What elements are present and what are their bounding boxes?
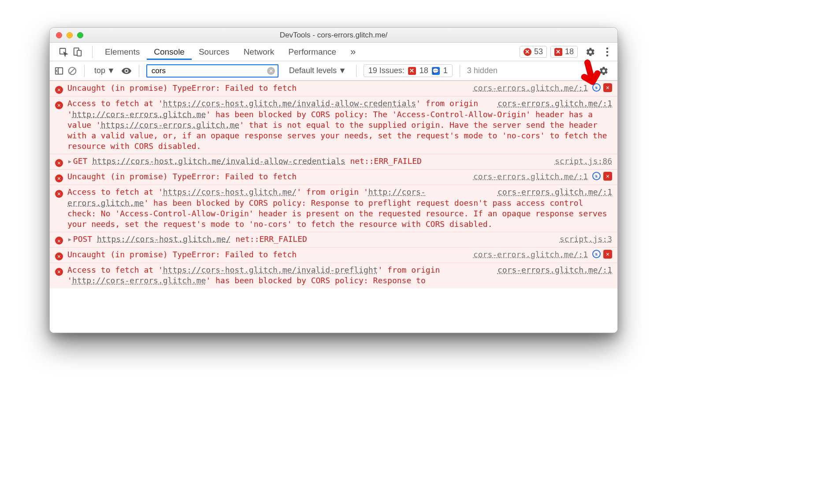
window-title: DevTools - cors-errors.glitch.me/ bbox=[50, 31, 617, 40]
error-count-badge[interactable]: ✕ 53 bbox=[520, 46, 547, 58]
filter-input[interactable] bbox=[146, 64, 279, 78]
issue-link-icon[interactable]: ✕ bbox=[603, 172, 612, 181]
console-row[interactable]: ✕Uncaught (in promise) TypeError: Failed… bbox=[50, 169, 617, 185]
error-icon: ✕ bbox=[55, 187, 63, 230]
live-expression-eye-icon[interactable] bbox=[121, 66, 132, 76]
row-actions: ⇅✕ bbox=[592, 249, 612, 261]
dropdown-icon: ▼ bbox=[338, 66, 346, 75]
url-link[interactable]: https://cors-host.glitch.me/invalid-allo… bbox=[163, 99, 416, 108]
more-tabs-button[interactable]: » bbox=[345, 46, 361, 58]
source-link[interactable]: script.js:86 bbox=[550, 156, 612, 167]
issues-count: 18 bbox=[565, 47, 574, 56]
replay-icon[interactable]: ⇅ bbox=[592, 250, 601, 258]
error-icon: ✕ bbox=[55, 83, 63, 94]
error-icon: ✕ bbox=[55, 265, 63, 286]
replay-icon[interactable]: ⇅ bbox=[592, 83, 601, 92]
error-icon: ✕ bbox=[55, 156, 63, 167]
message-body: Uncaught (in promise) TypeError: Failed … bbox=[67, 171, 464, 183]
more-menu-icon[interactable] bbox=[602, 47, 613, 57]
source-link[interactable]: cors-errors.glitch.me/:1 bbox=[468, 83, 588, 94]
issue-link-icon[interactable]: ✕ bbox=[603, 250, 612, 259]
inspect-element-icon[interactable] bbox=[59, 47, 68, 57]
hidden-messages-label[interactable]: 3 hidden bbox=[467, 66, 498, 75]
svg-point-3 bbox=[606, 47, 609, 49]
url-link[interactable]: https://cors-host.glitch.me/ bbox=[163, 187, 297, 196]
log-levels-selector[interactable]: Default levels ▼ bbox=[286, 65, 349, 76]
source-link[interactable]: script.js:3 bbox=[554, 234, 612, 245]
titlebar: DevTools - cors-errors.glitch.me/ bbox=[50, 28, 617, 43]
console-filter-row: top ▼ ✕ Default levels ▼ 19 Issues: ✕ 18… bbox=[50, 61, 617, 81]
tab-performance[interactable]: Performance bbox=[281, 44, 343, 60]
error-icon: ✕ bbox=[55, 234, 63, 245]
device-toolbar-icon[interactable] bbox=[73, 47, 82, 57]
error-icon: ✕ bbox=[55, 101, 63, 109]
url-link[interactable]: https://cors-host.glitch.me/ bbox=[97, 234, 230, 244]
issues-count-badge[interactable]: ✕ 18 bbox=[550, 46, 578, 58]
source-link[interactable]: cors-errors.glitch.me/:1 bbox=[498, 265, 612, 275]
message-body: cors-errors.glitch.me/:1Access to fetch … bbox=[67, 265, 612, 286]
devtools-window: DevTools - cors-errors.glitch.me/ Elemen… bbox=[49, 27, 618, 333]
issues-error-count: 18 bbox=[420, 66, 428, 75]
error-icon: ✕ bbox=[55, 252, 63, 260]
console-row[interactable]: ✕Uncaught (in promise) TypeError: Failed… bbox=[50, 247, 617, 263]
source-link[interactable]: cors-errors.glitch.me/:1 bbox=[468, 249, 588, 261]
tab-sources[interactable]: Sources bbox=[192, 44, 237, 60]
console-row[interactable]: ✕▸POST https://cors-host.glitch.me/ net:… bbox=[50, 232, 617, 247]
expand-icon[interactable]: ▸ bbox=[67, 156, 72, 167]
row-actions: ⇅✕ bbox=[592, 171, 612, 183]
console-row[interactable]: ✕Uncaught (in promise) TypeError: Failed… bbox=[50, 81, 617, 96]
error-icon: ✕ bbox=[55, 268, 63, 276]
console-settings-gear-icon[interactable] bbox=[594, 66, 613, 76]
message-body: Uncaught (in promise) TypeError: Failed … bbox=[67, 249, 464, 261]
replay-icon[interactable]: ⇅ bbox=[592, 172, 601, 180]
error-icon: ✕ bbox=[55, 190, 63, 198]
tab-elements[interactable]: Elements bbox=[98, 44, 147, 60]
url-link[interactable]: http://cors-errors.glitch.me bbox=[72, 276, 206, 285]
console-row[interactable]: ✕cors-errors.glitch.me/:1Access to fetch… bbox=[50, 263, 617, 288]
error-icon: ✕ bbox=[55, 249, 63, 261]
separator bbox=[460, 65, 460, 77]
issue-error-icon: ✕ bbox=[408, 67, 416, 75]
tab-network[interactable]: Network bbox=[237, 44, 282, 60]
console-row[interactable]: ✕cors-errors.glitch.me/:1Access to fetch… bbox=[50, 96, 617, 153]
svg-rect-2 bbox=[77, 50, 81, 56]
tab-console[interactable]: Console bbox=[147, 44, 192, 60]
message-body: Uncaught (in promise) TypeError: Failed … bbox=[67, 83, 464, 94]
console-output[interactable]: ✕Uncaught (in promise) TypeError: Failed… bbox=[50, 81, 617, 333]
context-label: top bbox=[94, 66, 105, 75]
separator bbox=[356, 65, 357, 77]
error-count: 53 bbox=[534, 47, 543, 56]
svg-point-4 bbox=[606, 51, 609, 53]
source-link[interactable]: cors-errors.glitch.me/:1 bbox=[498, 98, 612, 109]
svg-line-9 bbox=[70, 68, 75, 74]
tabs-row: ElementsConsoleSourcesNetworkPerformance… bbox=[50, 43, 617, 61]
url-link[interactable]: https://cors-host.glitch.me/invalid-allo… bbox=[92, 156, 345, 166]
source-link[interactable]: cors-errors.glitch.me/:1 bbox=[498, 187, 612, 197]
clear-filter-icon[interactable]: ✕ bbox=[267, 67, 275, 75]
separator bbox=[92, 46, 93, 58]
issues-summary[interactable]: 19 Issues: ✕ 18 💬 1 bbox=[364, 64, 453, 77]
expand-icon[interactable]: ▸ bbox=[67, 234, 72, 245]
issue-link-icon[interactable]: ✕ bbox=[603, 83, 612, 92]
issues-msg-count: 1 bbox=[443, 66, 448, 75]
error-icon: ✕ bbox=[55, 98, 63, 152]
show-console-sidebar-icon[interactable] bbox=[54, 66, 64, 76]
error-icon: ✕ bbox=[55, 237, 63, 245]
http-method: GET bbox=[73, 156, 92, 166]
url-link[interactable]: https://cors-host.glitch.me/invalid-pref… bbox=[163, 265, 378, 274]
svg-point-5 bbox=[606, 54, 609, 56]
issue-icon: ✕ bbox=[554, 48, 562, 56]
message-body: ▸GET https://cors-host.glitch.me/invalid… bbox=[67, 156, 545, 167]
url-link[interactable]: https://cors-errors.glitch.me bbox=[101, 120, 239, 130]
error-icon: ✕ bbox=[55, 86, 63, 94]
console-row[interactable]: ✕cors-errors.glitch.me/:1Access to fetch… bbox=[50, 185, 617, 231]
error-icon: ✕ bbox=[524, 48, 531, 56]
clear-console-icon[interactable] bbox=[67, 66, 77, 76]
url-link[interactable]: http://cors-errors.glitch.me bbox=[72, 110, 206, 119]
context-selector[interactable]: top ▼ bbox=[92, 65, 118, 76]
console-row[interactable]: ✕▸GET https://cors-host.glitch.me/invali… bbox=[50, 154, 617, 169]
error-icon: ✕ bbox=[55, 159, 63, 167]
dropdown-icon: ▼ bbox=[107, 66, 115, 75]
settings-gear-icon[interactable] bbox=[581, 47, 600, 57]
source-link[interactable]: cors-errors.glitch.me/:1 bbox=[468, 171, 588, 183]
